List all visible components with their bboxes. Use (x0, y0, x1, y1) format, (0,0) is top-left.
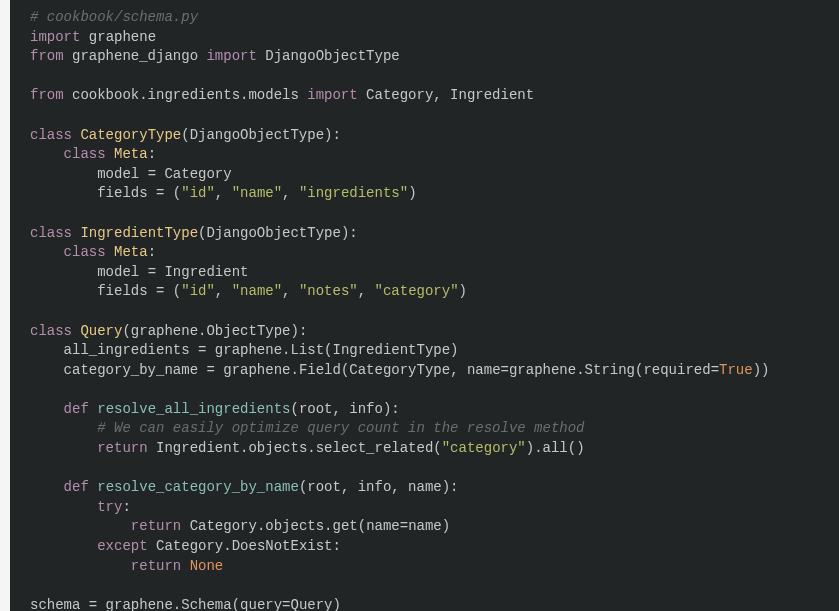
colon: : (148, 146, 156, 162)
colon: : (333, 538, 341, 554)
paren: ( (358, 518, 366, 534)
code-block: # cookbook/schema.py import graphene fro… (10, 0, 769, 611)
ident: IngredientType (332, 342, 450, 358)
ident: ObjectType (206, 323, 290, 339)
paren: ( (181, 127, 189, 143)
string: "name" (232, 185, 282, 201)
ident: objects (265, 518, 324, 534)
ident: graphene (509, 362, 576, 378)
ident: CategoryType (349, 362, 450, 378)
paren: ) (459, 283, 467, 299)
class-name: CategoryType (72, 127, 181, 143)
literal-none: None (181, 558, 223, 574)
ident: Query (291, 597, 333, 611)
paren: ) (526, 440, 534, 456)
paren: ): (290, 323, 307, 339)
string: "notes" (299, 283, 358, 299)
string: "id" (181, 185, 215, 201)
paren: )) (753, 362, 770, 378)
ident: DoesNotExist (232, 538, 333, 554)
op: = (282, 597, 290, 611)
ident: String (585, 362, 635, 378)
string: "ingredients" (299, 185, 408, 201)
ident: Category, Ingredient (358, 87, 534, 103)
op: = (148, 264, 156, 280)
ident: all (543, 440, 568, 456)
kw-return: return (131, 558, 181, 574)
kw-return: return (97, 440, 147, 456)
param: query (240, 597, 282, 611)
paren: ) (442, 518, 450, 534)
ident: graphene (131, 323, 198, 339)
comma: , (215, 185, 232, 201)
ident: DjangoObjectType (257, 48, 400, 64)
func-name: resolve_category_by_name (89, 479, 299, 495)
paren: ( (122, 323, 130, 339)
paren: ) (450, 342, 458, 358)
op: = (206, 362, 214, 378)
comma: , (282, 283, 299, 299)
code-comment: # cookbook/schema.py (30, 9, 198, 25)
kw-class: class (30, 323, 72, 339)
ident: cookbook.ingredients.models (64, 87, 308, 103)
ident: graphene (97, 597, 173, 611)
ident: Category (148, 538, 224, 554)
kw-except: except (97, 538, 147, 554)
ident: Ingredient (156, 264, 248, 280)
ident: graphene (215, 362, 291, 378)
ident: get (333, 518, 358, 534)
op: = (400, 518, 408, 534)
ident: Category (156, 166, 232, 182)
paren: ( (232, 597, 240, 611)
kw-from: from (30, 87, 64, 103)
left-gutter (0, 0, 10, 611)
field: model (30, 166, 148, 182)
kw-class: class (30, 225, 72, 241)
ident: Schema (181, 597, 231, 611)
base-class: DjangoObjectType (206, 225, 340, 241)
paren: ): (383, 401, 400, 417)
ident: select_related (316, 440, 434, 456)
paren: ): (341, 225, 358, 241)
paren: ): (442, 479, 459, 495)
field: fields (30, 185, 156, 201)
op: = (148, 166, 156, 182)
literal-true: True (719, 362, 753, 378)
ident: Category (181, 518, 257, 534)
class-name: Meta (106, 146, 148, 162)
dot: . (173, 597, 181, 611)
field: all_ingredients (30, 342, 198, 358)
paren: () (568, 440, 585, 456)
comma: , (358, 283, 375, 299)
string: "category" (442, 440, 526, 456)
colon: : (122, 499, 130, 515)
param: required (643, 362, 710, 378)
paren: ( (290, 401, 298, 417)
ident: graphene (80, 29, 156, 45)
string: "id" (181, 283, 215, 299)
code-comment: # We can easily optimize query count in … (30, 420, 585, 436)
field: fields (30, 283, 156, 299)
class-name: Query (72, 323, 122, 339)
ident: objects (248, 440, 307, 456)
kw-def: def (64, 401, 89, 417)
paren: ): (324, 127, 341, 143)
field: category_by_name (30, 362, 206, 378)
paren: ( (164, 283, 181, 299)
string: "category" (375, 283, 459, 299)
ident: List (290, 342, 324, 358)
kw-def: def (64, 479, 89, 495)
op: = (711, 362, 719, 378)
comma: , (215, 283, 232, 299)
params: root, info (299, 401, 383, 417)
kw-class: class (64, 244, 106, 260)
kw-import: import (307, 87, 357, 103)
kw-import: import (30, 29, 80, 45)
kw-return: return (131, 518, 181, 534)
ident: Field (299, 362, 341, 378)
ident: name (408, 518, 442, 534)
comma: , (282, 185, 299, 201)
field: model (30, 264, 148, 280)
dot: . (223, 538, 231, 554)
dot: . (534, 440, 542, 456)
